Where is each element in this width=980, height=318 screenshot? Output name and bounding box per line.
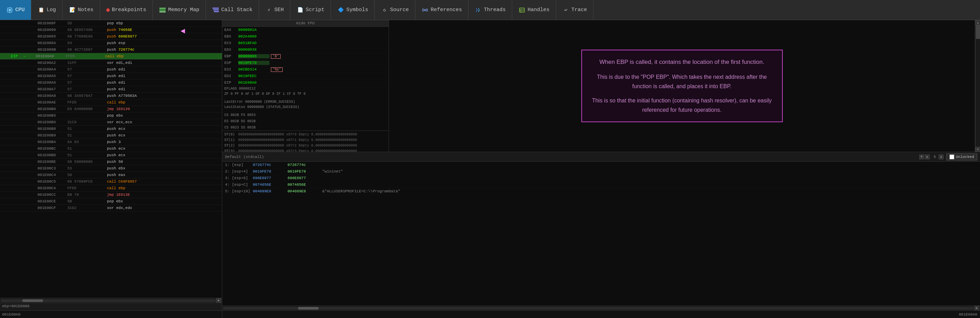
disasm-bytes: 68 50000000: [67, 160, 105, 164]
disasm-instruction: call C69F8957: [105, 180, 222, 184]
disasm-row[interactable]: 001E00BC51push ecx: [0, 145, 222, 152]
stack-addr2: 696E6977: [288, 176, 322, 180]
stack-row[interactable]: 1: [esp]0726774c0726774c: [222, 162, 980, 169]
stack-scroll-up[interactable]: ▲: [925, 154, 930, 159]
disasm-row[interactable]: 001E00AEFFD5call ebp: [0, 99, 222, 106]
stack-row[interactable]: 5: [esp+10]004089E8004089E8&"ALLUSERSPRO…: [222, 188, 980, 195]
toolbar: CPU 📋 Log 📝 Notes Breakpoints Memory Map…: [0, 0, 980, 20]
lock-checkbox[interactable]: [950, 154, 954, 159]
notes-icon: 📝: [69, 6, 76, 14]
stack-row[interactable]: 4: [esp+C]0074656E0074656E: [222, 181, 980, 188]
toolbar-item-trace[interactable]: ↩ Trace: [556, 0, 593, 20]
disasm-row[interactable]: 001E009068 6E657400push 74656E: [0, 27, 222, 33]
stack-scroll-down[interactable]: ▼: [919, 154, 924, 159]
toolbar-item-script[interactable]: 📄 Script: [290, 0, 331, 20]
toolbar-item-memory-map[interactable]: Memory Map: [153, 0, 206, 20]
disasm-instruction: xor edx,edx: [105, 206, 222, 210]
fpu-container: ST(0)0000000000000000000000 x87r0 Empty …: [224, 132, 387, 152]
disasm-row[interactable]: 001E00CF31D2xor edx,edx: [0, 205, 222, 211]
disasm-row[interactable]: 001E00B951push ecx: [0, 132, 222, 139]
disasm-row[interactable]: 001E00A231FFxor edi,edi: [0, 60, 222, 66]
toolbar-item-threads[interactable]: Threads: [468, 0, 512, 20]
disasm-row[interactable]: 001E00CE5Bpop ebx: [0, 198, 222, 205]
svg-rect-7: [159, 10, 165, 11]
stack-hscroll-thumb[interactable]: [298, 307, 319, 310]
disasm-row[interactable]: 001E00B631C9xor ecx,ecx: [0, 119, 222, 126]
disasm-row[interactable]: 001E00BA6A 03push 3: [0, 139, 222, 145]
right-top: Hide FPU EAX0000001AEBX002A4000ECXB651BF…: [222, 20, 980, 152]
segment-row: ES 002B DS 002B: [222, 118, 388, 124]
disasm-row[interactable]: 001E00B5pop ebx: [0, 113, 222, 119]
disasm-row[interactable]: 001E00B851push ecx: [0, 126, 222, 132]
disasm-row[interactable]: 001E00CCEB 70jmp 1E013E: [0, 192, 222, 198]
lock-button[interactable]: Unlocked: [946, 153, 977, 161]
disasm-row[interactable]: 001E008F5Dpop ebp: [0, 20, 222, 27]
stack-hscroll-right[interactable]: ▶: [974, 306, 979, 311]
disasm-hscroll-track[interactable]: [1, 299, 216, 302]
svg-rect-6: [159, 8, 165, 9]
hide-fpu-button[interactable]: Hide FPU: [222, 20, 388, 27]
disasm-row[interactable]: 001E00C450push eax: [0, 172, 222, 178]
disasm-row[interactable]: 001E00BE68 50000000push 50: [0, 159, 222, 165]
bp-dot: [32, 87, 36, 91]
toolbar-item-seh[interactable]: ⚡ SEH: [259, 0, 290, 20]
disasm-address: 001E00A5: [36, 74, 67, 78]
registers-vscroll[interactable]: ▲ ▼: [975, 20, 980, 152]
stack-toolbar: Default (stdcall) ▼ ▲ 5 ▲ Unlocked: [222, 152, 980, 162]
disasm-bytes: EB 70: [67, 193, 105, 197]
disasm-row[interactable]: 001E00A657push edi: [0, 80, 222, 86]
vscroll-thumb[interactable]: [976, 25, 980, 39]
disasm-bytes: 53: [67, 166, 105, 170]
disasm-row[interactable]: 001E00A868 3A5679A7push A779563A: [0, 93, 222, 99]
disasm-address: 001E0095: [36, 34, 67, 38]
vscroll-up[interactable]: ▲: [975, 20, 980, 25]
disasm-row[interactable]: 001E00C353push ebx: [0, 165, 222, 172]
annotation-panel: When EBP is called, it contains the loca…: [389, 20, 975, 152]
disasm-instruction: call ebp: [105, 186, 222, 190]
vscroll-down[interactable]: ▼: [975, 147, 980, 152]
disasm-instruction: push edi: [105, 81, 222, 85]
disasm-instruction: push 3: [105, 140, 222, 144]
fpu-value: 0000000000000000000000 x87r2 Empty 0.000…: [238, 144, 357, 148]
disasm-hscroll-right[interactable]: ▶: [216, 298, 221, 303]
toolbar-item-call-stack[interactable]: Call Stack: [206, 0, 259, 20]
disasm-row[interactable]: 001E009B68 4C772607push 726774c: [0, 46, 222, 53]
disasm-instruction: push edi: [105, 74, 222, 78]
disasm-row[interactable]: 001E00A757push edi: [0, 86, 222, 93]
toolbar-item-references[interactable]: References: [415, 0, 468, 20]
toolbar-memory-map-label: Memory Map: [168, 7, 199, 13]
disasm-row[interactable]: 001E00A557push edi: [0, 73, 222, 80]
disasm-instruction: push ecx: [105, 127, 222, 131]
disasm-row[interactable]: 001E009568 77696E69push 696E6977: [0, 33, 222, 40]
stack-num-up[interactable]: ▲: [939, 154, 943, 159]
disasm-instruction: xor ecx,ecx: [105, 120, 222, 124]
stack-hscroll[interactable]: ▶: [222, 305, 980, 310]
toolbar-item-handles[interactable]: Handles: [512, 0, 556, 20]
disasm-hscroll-thumb[interactable]: [22, 299, 43, 302]
stack-row[interactable]: 2: [esp+4]0019FE780019FE78"wininet": [222, 169, 980, 175]
toolbar-item-symbols[interactable]: 🔷 Symbols: [331, 0, 375, 20]
disasm-address: 001E00B5: [36, 113, 67, 118]
toolbar-item-log[interactable]: 📋 Log: [31, 0, 62, 20]
disasm-row[interactable]: 001E00CAFFD5call ebp: [0, 185, 222, 192]
toolbar-item-source[interactable]: ◇ Source: [375, 0, 415, 20]
disasm-row[interactable]: 001E00B0E9 84000000jmp 1E0139: [0, 106, 222, 113]
disasm-row[interactable]: 001E00BD51push ecx: [0, 152, 222, 159]
disasm-row[interactable]: 001E00C568 57899FC6call C69F8957: [0, 178, 222, 185]
toolbar-item-notes[interactable]: 📝 Notes: [62, 0, 100, 20]
disasm-address: 001E00B9: [36, 133, 67, 137]
disasm-row[interactable]: EIP→001E00A0FFD5call ebp: [0, 53, 222, 60]
disasm-bytes: 50: [67, 173, 105, 177]
toolbar-item-breakpoints[interactable]: Breakpoints: [100, 0, 153, 20]
toolbar-item-cpu[interactable]: CPU: [0, 0, 31, 20]
disasm-row[interactable]: 001E009A54push esp: [0, 40, 222, 46]
stack-hscroll-track[interactable]: [223, 307, 974, 310]
disasm-hscroll[interactable]: ▶: [0, 298, 222, 303]
stack-row[interactable]: 3: [esp+8]696E6977696E6977: [222, 175, 980, 181]
disasm-row[interactable]: 001E00A457push edi: [0, 66, 222, 73]
stack-title: Default (stdcall): [225, 155, 264, 159]
flags-label: EFLAGS 00000212: [224, 87, 256, 91]
stack-addr2: 004089E8: [288, 189, 322, 193]
vscroll-track[interactable]: [975, 25, 980, 147]
flags-row: EFLAGS 00000212: [222, 86, 388, 91]
